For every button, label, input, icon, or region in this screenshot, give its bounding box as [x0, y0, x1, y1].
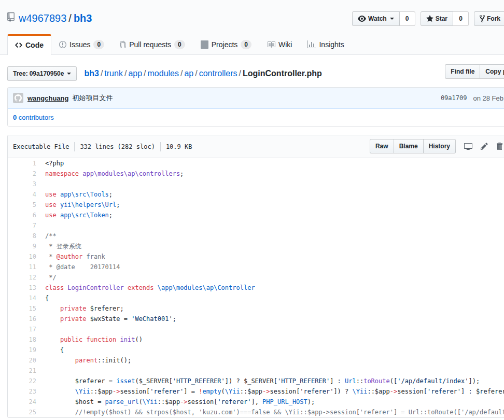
- line-content: $host = parse_url(\Yii::$app->session['r…: [36, 397, 315, 407]
- line-number[interactable]: 18: [8, 334, 36, 345]
- line-number[interactable]: 10: [8, 251, 36, 262]
- line-number[interactable]: 5: [8, 200, 36, 210]
- line-content: {: [36, 345, 64, 355]
- line-number[interactable]: 8: [8, 231, 36, 241]
- tab-issues[interactable]: Issues0: [51, 34, 112, 54]
- code-line: 21: [8, 366, 504, 376]
- history-button[interactable]: History: [423, 139, 456, 153]
- code-icon: [15, 41, 22, 49]
- line-number[interactable]: 4: [8, 189, 36, 200]
- commit-message-link[interactable]: 初始项目文件: [72, 93, 113, 103]
- code-line: 12 */: [8, 272, 504, 283]
- tab-insights[interactable]: Insights: [300, 34, 352, 54]
- line-content: namespace app\modules\ap\controllers;: [36, 169, 184, 179]
- repo-owner-link[interactable]: w4967893: [19, 12, 66, 24]
- code-line: 1<?php: [8, 158, 504, 169]
- graph-icon: [307, 40, 316, 49]
- code-line: 17: [8, 324, 504, 334]
- breadcrumb-link-trunk[interactable]: trunk: [104, 69, 123, 78]
- commit-author-link[interactable]: wangchuang: [27, 94, 68, 102]
- breadcrumb-file-name: LoginController.php: [243, 69, 322, 78]
- watch-button[interactable]: Watch: [352, 11, 400, 26]
- line-content: [36, 366, 45, 376]
- line-number[interactable]: 25: [8, 407, 36, 417]
- line-number[interactable]: 17: [8, 324, 36, 334]
- commit-date: on 28 Feb: [473, 94, 503, 102]
- breadcrumb-link-bh3[interactable]: bh3: [84, 69, 99, 78]
- tree-sha: 09a170950e: [30, 68, 64, 79]
- code-line: 19 {: [8, 345, 504, 355]
- code-line: 16 private $wxState = 'WeChat001';: [8, 314, 504, 324]
- line-content: */: [36, 272, 57, 283]
- fork-button[interactable]: Fork: [474, 11, 504, 26]
- line-number[interactable]: 14: [8, 293, 36, 303]
- line-content: {: [36, 293, 49, 303]
- line-number[interactable]: 2: [8, 169, 36, 179]
- tab-label: Code: [25, 41, 44, 49]
- star-count[interactable]: 0: [453, 11, 469, 26]
- contributors-link[interactable]: 0 contributors: [13, 114, 54, 121]
- repo-header: w4967893/bh3 Watch 0 Star 0: [0, 0, 504, 55]
- line-number[interactable]: 6: [8, 210, 36, 220]
- line-number[interactable]: 15: [8, 303, 36, 314]
- pencil-icon[interactable]: [481, 142, 488, 150]
- tree-label: Tree:: [13, 68, 28, 79]
- line-number[interactable]: 19: [8, 345, 36, 355]
- tab-label: Issues: [69, 40, 90, 49]
- breadcrumb-separator: /: [142, 69, 147, 78]
- breadcrumb-link-controllers[interactable]: controllers: [199, 69, 237, 78]
- code-line: 13class LoginController extends \app\mod…: [8, 283, 504, 293]
- line-number[interactable]: 23: [8, 386, 36, 397]
- code-line: 6use app\src\Token;: [8, 210, 504, 220]
- repo-icon: [7, 12, 15, 24]
- line-number[interactable]: 24: [8, 397, 36, 407]
- line-number[interactable]: 12: [8, 272, 36, 283]
- blame-button[interactable]: Blame: [394, 139, 424, 153]
- commit-sha-link[interactable]: 09a1709: [441, 94, 467, 102]
- line-number[interactable]: 13: [8, 283, 36, 293]
- tree-select-button[interactable]: Tree: 09a170950e: [7, 66, 77, 81]
- line-number[interactable]: 20: [8, 355, 36, 366]
- code-line: 11 * @date 20170114: [8, 262, 504, 272]
- line-content: class LoginController extends \app\modul…: [36, 283, 255, 293]
- avatar[interactable]: [13, 93, 23, 103]
- repo-title-separator: /: [66, 12, 74, 24]
- file-info: Executable File 332 lines (282 sloc) 10.…: [13, 142, 192, 151]
- line-content: [36, 220, 45, 231]
- file-mode: Executable File: [13, 143, 69, 150]
- breadcrumb-separator: /: [193, 69, 199, 78]
- line-number[interactable]: 7: [8, 220, 36, 231]
- code-line: 18 public function init(): [8, 334, 504, 345]
- trash-icon[interactable]: [496, 142, 502, 150]
- watch-count[interactable]: 0: [400, 11, 415, 26]
- tab-projects[interactable]: Projects0: [193, 34, 259, 54]
- line-content: use app\src\Tools;: [36, 189, 113, 200]
- line-number[interactable]: 3: [8, 179, 36, 189]
- find-file-button[interactable]: Find file: [445, 64, 480, 79]
- code-line: 14{: [8, 293, 504, 303]
- tab-label: Insights: [319, 40, 344, 49]
- copy-path-button[interactable]: Copy path: [480, 64, 504, 79]
- line-number[interactable]: 1: [8, 158, 36, 169]
- tab-code[interactable]: Code: [7, 34, 51, 55]
- tab-label: Projects: [212, 40, 238, 49]
- breadcrumb-link-ap[interactable]: ap: [184, 69, 193, 78]
- breadcrumb-link-app[interactable]: app: [128, 69, 142, 78]
- star-button[interactable]: Star: [421, 11, 453, 26]
- line-number[interactable]: 21: [8, 366, 36, 376]
- line-number[interactable]: 9: [8, 241, 36, 251]
- breadcrumb-link-modules[interactable]: modules: [148, 69, 179, 78]
- page: w4967893/bh3 Watch 0 Star 0: [0, 0, 504, 418]
- file-box: Executable File 332 lines (282 sloc) 10.…: [7, 135, 504, 418]
- line-number[interactable]: 16: [8, 314, 36, 324]
- raw-button[interactable]: Raw: [370, 139, 394, 153]
- line-number[interactable]: 11: [8, 262, 36, 272]
- github-mark-icon: [15, 94, 22, 102]
- device-desktop-icon[interactable]: [464, 142, 472, 150]
- tab-pull-requests[interactable]: Pull requests0: [112, 34, 193, 54]
- line-number[interactable]: 22: [8, 376, 36, 386]
- tab-wiki[interactable]: Wiki: [259, 34, 300, 54]
- code-line: 5use yii\helpers\Url;: [8, 200, 504, 210]
- repo-name-link[interactable]: bh3: [74, 12, 92, 24]
- star-icon: [426, 15, 433, 23]
